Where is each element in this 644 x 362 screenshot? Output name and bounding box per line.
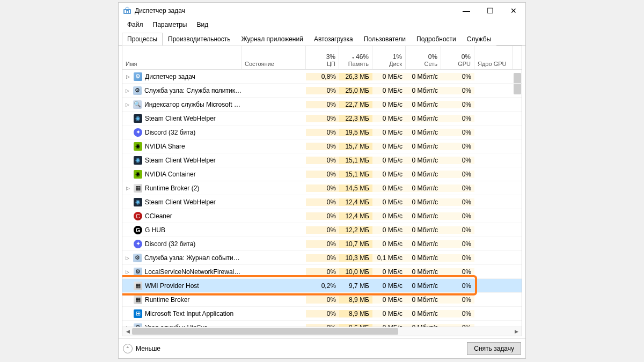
table-row[interactable]: CCCleaner0%12,4 МБ0 МБ/с0 Мбит/с0%: [122, 209, 522, 223]
col-network[interactable]: 0%Сеть: [406, 46, 441, 69]
process-cpu: 0,8%: [306, 73, 339, 80]
process-rows[interactable]: ▷⚙Диспетчер задач0,8%26,3 МБ0 МБ/с0 Мбит…: [122, 70, 522, 327]
win-icon: ▦: [134, 295, 142, 304]
process-memory: 10,7 МБ: [339, 240, 372, 248]
end-task-button[interactable]: Снять задачу: [467, 342, 521, 355]
process-gpu: 0%: [441, 143, 474, 150]
process-network: 0 Мбит/с: [406, 87, 441, 94]
tab-6[interactable]: Службы: [462, 33, 496, 46]
tab-1[interactable]: Производительность: [163, 33, 236, 46]
fewer-details-button[interactable]: ⌃ Меньше: [123, 344, 160, 353]
tab-3[interactable]: Автозагрузка: [309, 33, 358, 46]
process-cpu: 0%: [306, 87, 339, 94]
process-network: 0 Мбит/с: [406, 324, 441, 327]
table-row[interactable]: ⊞Microsoft Text Input Application0%8,9 М…: [122, 307, 522, 321]
process-disk: 0 МБ/с: [372, 282, 406, 290]
expand-icon[interactable]: ▷: [125, 74, 131, 79]
process-network: 0 Мбит/с: [406, 143, 441, 150]
process-gpu: 0%: [441, 184, 474, 192]
table-row[interactable]: ◉Steam Client WebHelper0%22,3 МБ0 МБ/с0 …: [122, 112, 522, 125]
col-memory[interactable]: ▾46%Память: [339, 46, 372, 69]
gear-icon: ⚙: [134, 72, 142, 81]
process-disk: 0 МБ/с: [372, 226, 406, 234]
process-memory: 8,6 МБ: [339, 324, 372, 327]
tab-bar: ПроцессыПроизводительностьЖурнал приложе…: [119, 31, 525, 46]
process-name: Runtime Broker: [145, 296, 189, 304]
maximize-button[interactable]: ☐: [478, 3, 502, 19]
col-gpu-engine[interactable]: Ядро GPU: [474, 46, 513, 69]
close-button[interactable]: ✕: [502, 3, 525, 19]
tab-2[interactable]: Журнал приложений: [236, 33, 309, 46]
col-state[interactable]: Состояние: [241, 46, 306, 69]
expand-icon[interactable]: ▷: [125, 88, 130, 93]
expand-icon[interactable]: ▷: [125, 102, 130, 107]
table-row[interactable]: ◉NVIDIA Share0%15,7 МБ0 МБ/с0 Мбит/с0%: [122, 139, 522, 153]
expand-icon[interactable]: ▷: [125, 325, 131, 327]
process-name: Служба узла: Журнал событий Wi...: [144, 254, 241, 262]
process-disk: 0 МБ/с: [372, 101, 406, 108]
table-row[interactable]: ▦Runtime Broker0%8,9 МБ0 МБ/с0 Мбит/с0%: [122, 293, 522, 307]
process-cpu: 0%: [306, 324, 339, 327]
app-icon: [123, 6, 131, 15]
horizontal-scrollbar[interactable]: ◀ ▶: [122, 327, 522, 336]
chevron-up-icon: ⌃: [123, 344, 133, 353]
menu-параметры[interactable]: Параметры: [149, 20, 192, 29]
table-row[interactable]: ▷⚙Диспетчер задач0,8%26,3 МБ0 МБ/с0 Мбит…: [122, 70, 522, 84]
expand-icon[interactable]: ▷: [125, 255, 130, 261]
process-name: Индексатор службы Microsoft Win...: [144, 101, 241, 108]
tab-5[interactable]: Подробности: [411, 33, 462, 46]
window-controls: — ☐ ✕: [455, 3, 525, 19]
col-name[interactable]: Имя: [122, 46, 241, 69]
table-row[interactable]: ▷⚙LocalServiceNoNetworkFirewall (2)0%10,…: [122, 265, 522, 279]
process-network: 0 Мбит/с: [406, 129, 441, 136]
table-row[interactable]: ◉Steam Client WebHelper0%15,1 МБ0 МБ/с0 …: [122, 153, 522, 167]
process-disk: 0 МБ/с: [372, 171, 406, 178]
col-gpu[interactable]: 0%GPU: [441, 46, 474, 69]
table-row[interactable]: ▷▦Runtime Broker (2)0%14,5 МБ0 МБ/с0 Мби…: [122, 181, 522, 195]
process-name: Узел службы: UtcSvc: [145, 324, 207, 327]
menu-вид[interactable]: Вид: [192, 20, 213, 29]
cogs-icon: ⚙: [133, 254, 142, 262]
tab-0[interactable]: Процессы: [122, 33, 163, 46]
scroll-right-icon[interactable]: ▶: [512, 329, 521, 334]
minimize-button[interactable]: —: [455, 3, 478, 19]
table-row[interactable]: GG HUB0%12,2 МБ0 МБ/с0 Мбит/с0%: [122, 223, 522, 237]
horizontal-scrollbar-thumb[interactable]: [132, 328, 398, 335]
ms-icon: ⊞: [134, 309, 142, 318]
process-network: 0 Мбит/с: [406, 254, 441, 262]
col-disk[interactable]: 1%Диск: [372, 46, 406, 69]
process-name: Диспетчер задач: [145, 73, 195, 80]
table-row[interactable]: ▷🔍Индексатор службы Microsoft Win...0%22…: [122, 98, 522, 112]
steam-icon: ◉: [134, 198, 142, 206]
scroll-left-icon[interactable]: ◀: [123, 329, 132, 334]
menu-файл[interactable]: Файл: [123, 20, 148, 29]
process-cpu: 0%: [306, 198, 339, 206]
process-gpu: 0%: [441, 212, 474, 220]
cogs-icon: ⚙: [133, 86, 142, 95]
col-cpu[interactable]: 3%ЦП: [306, 46, 339, 69]
footer: ⌃ Меньше Снять задачу: [119, 338, 525, 358]
table-row[interactable]: ◉Steam Client WebHelper0%12,4 МБ0 МБ/с0 …: [122, 195, 522, 209]
process-disk: 0 МБ/с: [372, 324, 406, 327]
table-row[interactable]: ◉NVIDIA Container0%15,1 МБ0 МБ/с0 Мбит/с…: [122, 167, 522, 181]
process-gpu: 0%: [441, 73, 474, 80]
process-cpu: 0%: [306, 143, 339, 150]
process-memory: 10,0 МБ: [339, 268, 372, 276]
process-memory: 15,1 МБ: [339, 171, 372, 178]
tab-4[interactable]: Пользователи: [358, 33, 411, 46]
process-gpu: 0%: [441, 282, 474, 290]
expand-icon[interactable]: ▷: [125, 269, 131, 275]
table-row[interactable]: ▷⚙Узел службы: UtcSvc0%8,6 МБ0 МБ/с0 Мби…: [122, 321, 522, 327]
table-row[interactable]: ▷⚙Служба узла: Журнал событий Wi...0%10,…: [122, 251, 522, 265]
table-row[interactable]: ▷⚙Служба узла: Служба политики д...0%25,…: [122, 84, 522, 98]
table-row[interactable]: ✦Discord (32 бита)0%10,7 МБ0 МБ/с0 Мбит/…: [122, 237, 522, 251]
process-name: Steam Client WebHelper: [145, 198, 216, 206]
titlebar[interactable]: Диспетчер задач — ☐ ✕: [119, 3, 525, 19]
process-cpu: 0%: [306, 226, 339, 234]
expand-icon[interactable]: ▷: [125, 186, 131, 191]
process-memory: 8,9 МБ: [339, 310, 372, 317]
process-name: LocalServiceNoNetworkFirewall (2): [145, 268, 241, 276]
table-row[interactable]: ▦WMI Provider Host0,2%9,7 МБ0 МБ/с0 Мбит…: [122, 279, 522, 293]
table-row[interactable]: ✦Discord (32 бита)0%19,5 МБ0 МБ/с0 Мбит/…: [122, 125, 522, 139]
process-network: 0 Мбит/с: [406, 184, 441, 192]
